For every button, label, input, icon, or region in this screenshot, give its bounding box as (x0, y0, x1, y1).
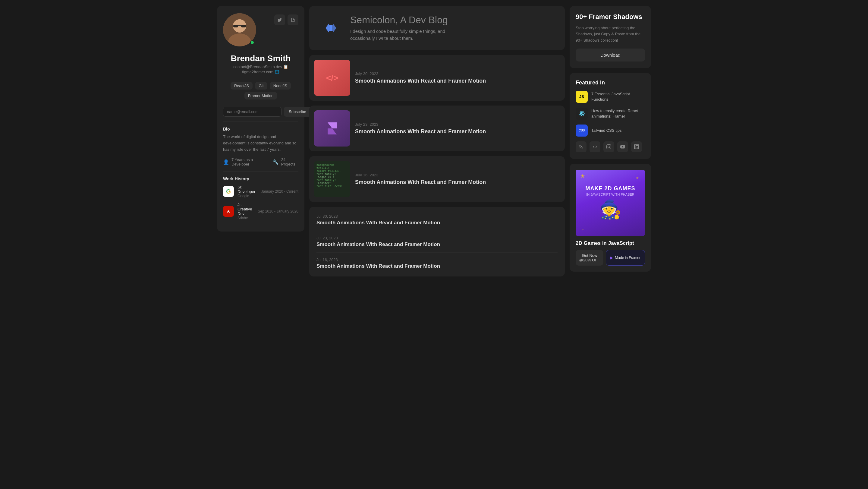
svg-rect-4 (233, 25, 238, 27)
work-dates-adobe: Sep 2016 - January 2020 (258, 209, 299, 213)
stat-projects-label: 24 Projects (281, 157, 299, 166)
made-in-framer-button[interactable]: ▶ Made in Framer (606, 250, 645, 266)
stat-years-label: 7 Years as a Developer (231, 157, 268, 166)
react-thumb-1: </> (314, 60, 350, 96)
work-title-adobe: Jr. Creative Dev (238, 202, 254, 216)
work-company-adobe: Adobe (238, 216, 254, 220)
social-links-row (576, 142, 645, 152)
profile-name: Brendan Smith (230, 54, 290, 63)
profile-section: Brendan Smith contact@BrendanSmith.dev 📋… (223, 13, 299, 77)
text-post-date-3: Jul 16, 2023 (316, 257, 558, 262)
google-logo: G (223, 186, 234, 197)
download-button[interactable]: Download (576, 49, 645, 61)
book-cover-title: MAKE 2D GAMES (585, 186, 635, 192)
post-info-2: July 23, 2023 Smooth Animations With Rea… (355, 105, 491, 151)
post-date-1: July 30, 2023 (355, 71, 486, 76)
post-date-2: July 23, 2023 (355, 122, 486, 127)
twitter-button[interactable] (274, 14, 285, 25)
instagram-link-button[interactable] (603, 142, 614, 152)
tags-container: ReactJS Git NodeJS Framer Motion (223, 82, 299, 99)
featured-item-css[interactable]: CSS Tailwind CSS tips (576, 124, 645, 136)
post-title-2[interactable]: Smooth Animations With React and Framer … (355, 128, 486, 135)
text-post-2: Jul 23, 2023 Smooth Animations With Reac… (316, 231, 558, 253)
subscribe-form: Subscribe (223, 107, 299, 117)
text-post-title-2[interactable]: Smooth Animations With React and Framer … (316, 242, 440, 247)
stat-years: 👤 7 Years as a Developer (223, 157, 268, 166)
get-now-button[interactable]: Get Now @20% OFF (576, 250, 603, 266)
book-cover-character: 🧙 (599, 199, 622, 220)
resume-button[interactable] (287, 14, 299, 25)
featured-item-js[interactable]: JS 7 Essential JavaScript Functions (576, 91, 645, 103)
book-button-row: Get Now @20% OFF ▶ Made in Framer (576, 250, 645, 266)
shadows-card-title: 90+ Framer Shadows (576, 13, 645, 22)
work-info-adobe: Jr. Creative Dev Adobe (238, 202, 254, 220)
blog-title-main: Semicolon (350, 14, 395, 25)
subscribe-button[interactable]: Subscribe (284, 107, 311, 117)
book-cover-inner: MAKE 2D GAMES IN JAVASCRIPT WITH PHASER … (576, 170, 645, 236)
blog-info: Semicolon, A Dev Blog I design and code … (350, 14, 448, 41)
text-post-title-1[interactable]: Smooth Animations With React and Framer … (316, 220, 440, 225)
svg-text:</>: </> (326, 73, 338, 83)
text-posts-container: Jul 30, 2023 Smooth Animations With Reac… (309, 207, 565, 276)
linkedin-link-button[interactable] (631, 142, 642, 152)
code-link-button[interactable] (590, 142, 600, 152)
text-post-date-2: Jul 23, 2023 (316, 236, 558, 240)
react-icon (576, 108, 588, 120)
featured-in-title: Featured In (576, 80, 645, 86)
text-post-title-3[interactable]: Smooth Animations With React and Framer … (316, 263, 440, 269)
post-title-3[interactable]: Smooth Animations With React and Framer … (355, 179, 486, 185)
post-title-1[interactable]: Smooth Animations With React and Framer … (355, 78, 486, 84)
tag-reactjs: ReactJS (230, 82, 253, 90)
blog-title: Semicolon, A Dev Blog (350, 14, 448, 26)
css-icon: CSS (576, 124, 588, 136)
post-info-3: July 16, 2023 Smooth Animations With Rea… (355, 156, 491, 202)
email-input[interactable] (223, 107, 281, 117)
text-post-1: Jul 30, 2023 Smooth Animations With Reac… (316, 209, 558, 231)
post-card-2: July 23, 2023 Smooth Animations With Rea… (309, 105, 565, 151)
framer-logo-icon: ▶ (610, 256, 613, 260)
post-thumbnail-2 (314, 110, 350, 147)
star-icon-1: ★ (580, 173, 585, 179)
star-icon-2: ★ (636, 176, 639, 180)
projects-icon: 🔧 (273, 159, 279, 165)
work-item-google: G Sr. Developer Google January 2020 - Cu… (223, 185, 299, 198)
blog-description: I design and code beautifully simple thi… (350, 28, 448, 41)
post-card-3: background: #cc1111; color: #333333; fon… (309, 156, 565, 202)
featured-item-react[interactable]: How to easily create React animations: F… (576, 108, 645, 120)
js-icon: JS (576, 91, 588, 103)
work-info-google: Sr. Developer Google (238, 185, 258, 198)
stats-row: 👤 7 Years as a Developer 🔧 24 Projects (223, 157, 299, 166)
left-sidebar: Brendan Smith contact@BrendanSmith.dev 📋… (217, 6, 304, 232)
text-post-date-1: Jul 30, 2023 (316, 214, 558, 219)
post-info-1: July 30, 2023 Smooth Animations With Rea… (355, 55, 491, 101)
svg-point-10 (581, 113, 583, 115)
book-card: MAKE 2D GAMES IN JAVASCRIPT WITH PHASER … (569, 164, 651, 272)
featured-card: Featured In JS 7 Essential JavaScript Fu… (569, 73, 651, 159)
tag-framer-motion: Framer Motion (244, 92, 277, 99)
youtube-link-button[interactable] (617, 142, 628, 152)
svg-point-14 (580, 147, 581, 148)
blog-header: Semicolon, A Dev Blog I design and code … (309, 6, 565, 50)
years-icon: 👤 (223, 159, 229, 165)
book-cover: MAKE 2D GAMES IN JAVASCRIPT WITH PHASER … (576, 170, 645, 236)
work-title-google: Sr. Developer (238, 185, 258, 194)
framer-thumb-2 (314, 110, 350, 147)
blog-title-sub: , A Dev Blog (395, 14, 447, 25)
work-history-label: Work History (223, 176, 299, 181)
work-company-google: Google (238, 194, 258, 198)
work-history-section: Work History G Sr. Developer Google Janu… (223, 176, 299, 224)
post-card-1: </> July 30, 2023 Smooth Animations With… (309, 55, 565, 101)
adobe-logo: A (223, 206, 234, 217)
bio-label: Bio (223, 127, 299, 131)
featured-item-react-text: How to easily create React animations: F… (591, 108, 645, 119)
right-sidebar: 90+ Framer Shadows Stop worrying about p… (569, 6, 651, 483)
posts-grid: </> July 30, 2023 Smooth Animations With… (309, 55, 565, 276)
work-item-adobe: A Jr. Creative Dev Adobe Sep 2016 - Janu… (223, 202, 299, 220)
blog-logo (319, 16, 343, 40)
svg-marker-9 (328, 128, 337, 134)
shadows-card: 90+ Framer Shadows Stop worrying about p… (569, 6, 651, 68)
rss-link-button[interactable] (576, 142, 587, 152)
featured-item-css-text: Tailwind CSS tips (591, 128, 621, 133)
svg-marker-8 (328, 122, 337, 128)
post-thumbnail-1: </> (314, 60, 350, 96)
